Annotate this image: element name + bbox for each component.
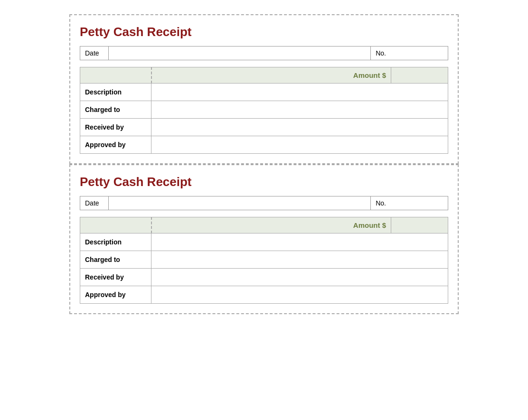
- receipt-2-no-input[interactable]: [391, 196, 448, 210]
- receipt-2-received-value[interactable]: [151, 269, 448, 286]
- receipt-2-header-left: [80, 217, 151, 233]
- receipt-1-amount-label: Amount $: [151, 67, 391, 84]
- receipt-2-description-row: Description: [80, 233, 448, 251]
- receipt-1-received-value[interactable]: [151, 119, 448, 136]
- receipt-1-charged-row: Charged to: [80, 101, 448, 119]
- receipt-1-date-input[interactable]: [109, 47, 370, 60]
- receipt-2-charged-value[interactable]: [151, 251, 448, 269]
- receipt-1: Petty Cash Receipt Date No. Amount $ Des…: [80, 25, 448, 154]
- receipt-2-no-label: No.: [370, 196, 391, 210]
- receipt-1-title: Petty Cash Receipt: [80, 25, 448, 39]
- receipt-2-date-input[interactable]: [109, 196, 370, 210]
- receipt-1-description-label: Description: [80, 84, 151, 101]
- receipt-2-charged-row: Charged to: [80, 251, 448, 269]
- receipt-1-description-value[interactable]: [151, 84, 448, 101]
- page-container: Petty Cash Receipt Date No. Amount $ Des…: [9, 9, 519, 420]
- receipt-2-header-row: Amount $: [80, 217, 448, 233]
- receipt-2-charged-label: Charged to: [80, 251, 151, 269]
- receipt-2-header-right: [391, 217, 448, 233]
- receipt-1-header-right: [391, 67, 448, 84]
- receipt-2-description-label: Description: [80, 233, 151, 251]
- receipt-1-received-row: Received by: [80, 119, 448, 136]
- receipt-1-approved-label: Approved by: [80, 136, 151, 154]
- receipt-2-date-label: Date: [80, 196, 109, 210]
- receipt-1-no-input[interactable]: [391, 47, 448, 60]
- receipt-2-approved-value[interactable]: [151, 286, 448, 304]
- receipt-2-outer: Petty Cash Receipt Date No. Amount $ Des…: [69, 164, 459, 314]
- receipt-1-approved-row: Approved by: [80, 136, 448, 154]
- receipt-2-title: Petty Cash Receipt: [80, 175, 448, 189]
- receipt-1-charged-label: Charged to: [80, 101, 151, 119]
- receipt-1-approved-value[interactable]: [151, 136, 448, 154]
- receipt-1-date-label: Date: [80, 47, 109, 60]
- receipt-1-header-row: Amount $: [80, 67, 448, 84]
- receipt-2-amount-label: Amount $: [151, 217, 391, 233]
- receipt-1-received-label: Received by: [80, 119, 151, 136]
- receipt-1-table: Amount $ Description Charged to Received…: [80, 67, 448, 154]
- receipt-1-header-left: [80, 67, 151, 84]
- receipt-1-charged-value[interactable]: [151, 101, 448, 119]
- receipt-1-date-row: Date No.: [80, 46, 448, 60]
- receipt-1-outer: Petty Cash Receipt Date No. Amount $ Des…: [69, 14, 459, 164]
- receipt-2-received-row: Received by: [80, 269, 448, 286]
- receipt-2-description-value[interactable]: [151, 233, 448, 251]
- receipt-1-no-label: No.: [370, 47, 391, 60]
- receipt-2-table: Amount $ Description Charged to Received…: [80, 217, 448, 304]
- receipt-2-received-label: Received by: [80, 269, 151, 286]
- receipt-1-description-row: Description: [80, 84, 448, 101]
- receipt-2-approved-label: Approved by: [80, 286, 151, 304]
- receipt-2: Petty Cash Receipt Date No. Amount $ Des…: [80, 175, 448, 304]
- receipt-2-date-row: Date No.: [80, 196, 448, 210]
- receipt-2-approved-row: Approved by: [80, 286, 448, 304]
